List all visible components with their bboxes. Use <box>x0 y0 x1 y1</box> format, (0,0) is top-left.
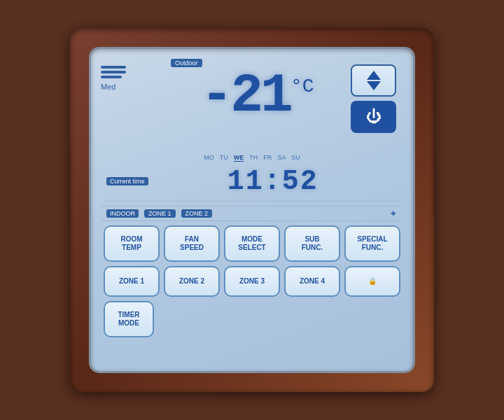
power-button[interactable]: ⏻ <box>351 101 396 133</box>
mode-select-button[interactable]: MODESELECT <box>224 225 280 262</box>
fan-speed-button[interactable]: FANSPEED <box>164 225 220 262</box>
separator-1 <box>104 201 400 202</box>
sun-icon: ✦ <box>389 208 398 219</box>
temperature-unit: °C <box>290 76 314 97</box>
center-display: Outdoor -21°C <box>164 59 351 123</box>
temperature-value: -21 <box>200 65 290 127</box>
day-fr: FR <box>263 154 272 162</box>
up-down-button[interactable] <box>351 64 396 97</box>
btn-row-1: ROOMTEMP FANSPEED MODESELECT SUBFUNC. SP… <box>101 225 403 262</box>
day-th: TH <box>249 154 258 162</box>
arrow-up-icon <box>367 71 381 80</box>
left-panel: Med <box>101 59 164 91</box>
timer-mode-button[interactable]: TIMERMODE <box>104 301 154 337</box>
temperature-display: -21°C <box>200 69 314 123</box>
indoor-badge: INDOOR <box>106 209 139 218</box>
timer-mode-label: TIMERMODE <box>118 311 139 328</box>
fan-line-2 <box>101 71 126 74</box>
zone1-active-badge: ZONE 1 <box>144 209 176 218</box>
btn-row-2: ZONE 1 ZONE 2 ZONE 3 ZONE 4 🔒 <box>101 266 403 297</box>
btn-row-3: TIMERMODE <box>101 301 403 337</box>
zone-header: INDOOR ZONE 1 ZONE 2 ✦ <box>101 206 403 221</box>
lock-icon: 🔒 <box>368 277 377 286</box>
mode-select-label: MODESELECT <box>238 235 265 252</box>
zone2-button[interactable]: ZONE 2 <box>164 266 220 297</box>
zone3-button[interactable]: ZONE 3 <box>224 266 280 297</box>
power-icon: ⏻ <box>366 108 382 126</box>
right-panel: ⏻ <box>351 59 403 133</box>
sub-func-button[interactable]: SUBFUNC. <box>284 225 340 262</box>
day-su: SU <box>291 154 300 162</box>
arrows <box>367 71 381 90</box>
lcd-screen: Med Outdoor -21°C ⏻ <box>91 49 413 371</box>
zone4-button[interactable]: ZONE 4 <box>284 266 340 297</box>
time-display: 11:52 <box>148 166 398 197</box>
day-mo: MO <box>204 154 214 162</box>
zone1-button[interactable]: ZONE 1 <box>104 266 160 297</box>
special-func-button[interactable]: SPECIALFUNC. <box>344 225 400 262</box>
time-section: Current time 11:52 <box>101 166 403 197</box>
sub-func-label: SUBFUNC. <box>302 235 323 252</box>
zone1-label: ZONE 1 <box>119 277 144 286</box>
fan-line-3 <box>101 76 122 78</box>
room-temp-button[interactable]: ROOMTEMP <box>104 225 160 262</box>
day-we: WE <box>234 154 244 162</box>
zone2-active-badge: ZONE 2 <box>181 209 213 218</box>
device-frame: Med Outdoor -21°C ⏻ <box>70 28 434 392</box>
arrow-down-icon <box>367 81 381 90</box>
special-func-label: SPECIALFUNC. <box>357 235 387 252</box>
fan-line-1 <box>101 66 126 69</box>
day-sa: SA <box>277 154 286 162</box>
fan-icon <box>101 66 126 78</box>
zone2-label: ZONE 2 <box>179 277 204 286</box>
zone3-label: ZONE 3 <box>239 277 265 286</box>
days-row: MO TU WE TH FR SA SU <box>101 154 403 162</box>
outdoor-badge: Outdoor <box>171 59 202 67</box>
room-temp-label: ROOMTEMP <box>120 235 142 252</box>
top-section: Med Outdoor -21°C ⏻ <box>101 59 403 150</box>
lock-button[interactable]: 🔒 <box>344 266 400 297</box>
fan-speed-label: Med <box>101 83 115 91</box>
current-time-badge: Current time <box>106 177 148 186</box>
day-tu: TU <box>220 154 228 162</box>
fan-speed-btn-label: FANSPEED <box>180 235 204 252</box>
zone4-label: ZONE 4 <box>300 277 325 286</box>
